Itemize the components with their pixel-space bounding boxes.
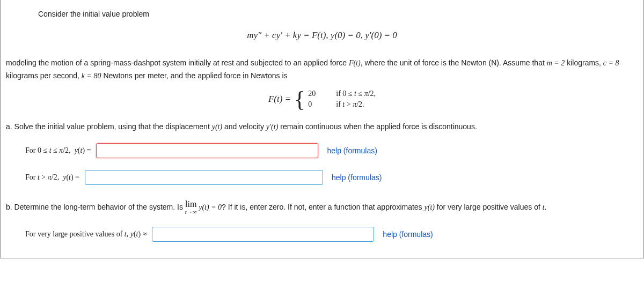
answer-input-b1[interactable] [152,227,374,242]
main-equation: my″ + cy′ + ky = F(t), y(0) = 0, y′(0) =… [6,30,638,41]
problem-container: Consider the initial value problem my″ +… [0,0,644,258]
piecewise-definition: F(t) = { 20 if 0 ≤ t ≤ π/2, 0 if t > π/2… [6,88,638,110]
answer-row-a2: For t > π/2, y(t) = help (formulas) [25,170,638,185]
help-link-a2[interactable]: help (formulas) [332,173,382,182]
answer-label-b1: For very large positive values of t, y(t… [25,230,147,239]
help-link-a1[interactable]: help (formulas) [327,146,377,155]
intro-text: Consider the initial value problem [6,10,638,18]
answer-input-a1[interactable] [96,143,318,158]
part-a-text: a. Solve the initial value problem, usin… [6,122,638,131]
help-link-b1[interactable]: help (formulas) [383,230,433,239]
answer-label-a1: For 0 ≤ t ≤ π/2, y(t) = [25,146,91,155]
part-b-text: b. Determine the long-term behavior of t… [6,200,638,215]
answer-input-a2[interactable] [85,170,323,185]
answer-row-b1: For very large positive values of t, y(t… [25,227,638,242]
answer-row-a1: For 0 ≤ t ≤ π/2, y(t) = help (formulas) [25,143,638,158]
answer-label-a2: For t > π/2, y(t) = [25,173,79,182]
model-description: modeling the motion of a spring-mass-das… [6,57,638,83]
